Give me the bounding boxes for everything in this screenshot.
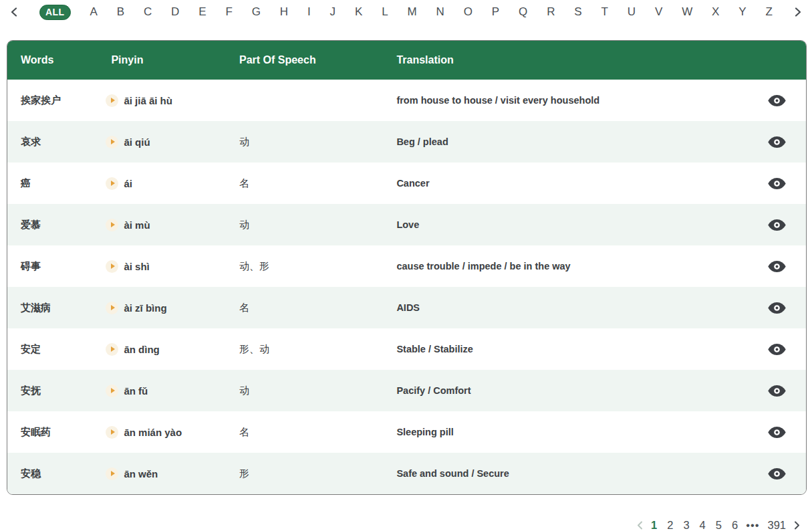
part-of-speech-cell: 形、动 xyxy=(233,343,390,356)
alphabet-letter-g[interactable]: G xyxy=(252,3,261,21)
play-icon[interactable] xyxy=(106,177,118,190)
alphabet-letter-r[interactable]: R xyxy=(547,3,555,21)
translation-cell: cause trouble / impede / be in the way xyxy=(390,261,747,272)
pinyin-cell: ài shì xyxy=(99,260,233,273)
chevron-left-icon[interactable] xyxy=(8,5,20,19)
play-icon[interactable] xyxy=(106,343,118,356)
alphabet-letter-l[interactable]: L xyxy=(382,3,388,21)
play-icon[interactable] xyxy=(106,426,118,439)
alphabet-letter-e[interactable]: E xyxy=(198,3,206,21)
alphabet-letter-i[interactable]: I xyxy=(307,3,311,21)
action-cell xyxy=(748,468,806,480)
vocab-table: Words Pinyin Part Of Speech Translation … xyxy=(7,40,807,495)
pagination-page-3[interactable]: 3 xyxy=(681,517,691,531)
alphabet-letter-m[interactable]: M xyxy=(408,3,417,21)
table-row: 安眠药ān mián yào名Sleeping pill xyxy=(7,411,806,453)
pagination-page-4[interactable]: 4 xyxy=(698,517,708,531)
eye-icon[interactable] xyxy=(768,468,786,480)
table-row: 挨家挨户āi jiā āi hùfrom house to house / vi… xyxy=(7,80,806,121)
eye-icon[interactable] xyxy=(768,261,786,272)
pinyin-text: ài shì xyxy=(124,261,149,272)
alphabet-letter-x[interactable]: X xyxy=(712,3,719,21)
eye-icon[interactable] xyxy=(768,95,786,106)
pinyin-cell: ān wěn xyxy=(99,467,233,480)
eye-icon[interactable] xyxy=(768,427,786,438)
alphabet-letter-w[interactable]: W xyxy=(682,3,692,21)
pagination-page-1[interactable]: 1 xyxy=(649,517,659,531)
pinyin-cell: ān mián yào xyxy=(99,426,233,439)
eye-icon[interactable] xyxy=(768,178,786,189)
eye-icon[interactable] xyxy=(768,344,786,355)
word-cell: 安眠药 xyxy=(7,426,99,439)
alphabet-letter-y[interactable]: Y xyxy=(738,3,746,21)
play-icon[interactable] xyxy=(106,94,118,107)
pagination-page-391[interactable]: 391 xyxy=(765,517,788,531)
translation-cell: AIDS xyxy=(390,302,747,313)
eye-icon[interactable] xyxy=(768,385,786,397)
pinyin-text: āi qiú xyxy=(124,136,150,148)
play-icon[interactable] xyxy=(106,467,118,480)
translation-cell: Beg / plead xyxy=(390,136,747,147)
pinyin-text: ān wěn xyxy=(124,468,158,480)
play-icon[interactable] xyxy=(106,302,118,314)
alphabet-letter-f[interactable]: F xyxy=(225,3,232,21)
eye-icon[interactable] xyxy=(768,219,786,231)
alphabet-letter-q[interactable]: Q xyxy=(519,3,527,21)
translation-cell: Pacify / Comfort xyxy=(390,385,747,396)
alphabet-letter-n[interactable]: N xyxy=(436,3,444,21)
play-icon[interactable] xyxy=(106,385,118,397)
part-of-speech-cell: 动 xyxy=(233,219,390,231)
word-cell: 哀求 xyxy=(7,136,99,148)
action-cell xyxy=(748,427,806,438)
alphabet-letter-a[interactable]: A xyxy=(90,3,97,21)
alphabet-letter-c[interactable]: C xyxy=(144,3,152,21)
pinyin-text: āi jiā āi hù xyxy=(124,95,172,106)
alphabet-letter-b[interactable]: B xyxy=(117,3,124,21)
alphabet-letter-o[interactable]: O xyxy=(464,3,472,21)
alphabet-letter-d[interactable]: D xyxy=(171,3,179,21)
pagination: 123456•••391 xyxy=(0,517,800,531)
alphabet-letter-z[interactable]: Z xyxy=(766,3,773,21)
pagination-next-icon[interactable] xyxy=(794,521,800,530)
action-cell xyxy=(748,219,806,231)
alphabet-letter-k[interactable]: K xyxy=(355,3,362,21)
eye-icon[interactable] xyxy=(768,136,786,148)
table-header-row: Words Pinyin Part Of Speech Translation xyxy=(7,41,806,80)
pagination-page-2[interactable]: 2 xyxy=(665,517,675,531)
table-row: 爱慕ài mù动Love xyxy=(7,204,806,245)
pinyin-text: ái xyxy=(124,178,132,189)
word-cell: 癌 xyxy=(7,177,99,190)
alphabet-letter-v[interactable]: V xyxy=(655,3,662,21)
translation-cell: from house to house / visit every househ… xyxy=(390,95,747,106)
translation-cell: Stable / Stabilize xyxy=(390,344,747,354)
word-cell: 安抚 xyxy=(7,385,99,397)
part-of-speech-cell: 动 xyxy=(233,136,390,148)
pagination-prev-icon[interactable] xyxy=(637,521,643,530)
word-cell: 艾滋病 xyxy=(7,302,99,314)
play-icon[interactable] xyxy=(106,219,118,231)
filter-all-button[interactable]: ALL xyxy=(39,5,71,20)
play-icon[interactable] xyxy=(106,136,118,148)
part-of-speech-cell: 名 xyxy=(233,302,390,314)
pagination-jump-next[interactable]: ••• xyxy=(746,519,759,531)
alphabet-letter-p[interactable]: P xyxy=(492,3,499,21)
alphabet-letter-u[interactable]: U xyxy=(628,3,636,21)
action-cell xyxy=(748,344,806,355)
pagination-page-5[interactable]: 5 xyxy=(714,517,724,531)
header-translation: Translation xyxy=(390,54,747,66)
translation-cell: Cancer xyxy=(390,178,747,189)
pagination-page-6[interactable]: 6 xyxy=(730,517,740,531)
alphabet-letter-h[interactable]: H xyxy=(280,3,288,21)
pinyin-cell: ān dìng xyxy=(99,343,233,356)
alphabet-letter-t[interactable]: T xyxy=(601,3,608,21)
table-row: 哀求āi qiú动Beg / plead xyxy=(7,121,806,163)
word-cell: 安稳 xyxy=(7,467,99,480)
alphabet-letter-s[interactable]: S xyxy=(574,3,581,21)
chevron-right-icon[interactable] xyxy=(792,5,804,19)
pinyin-text: ān mián yào xyxy=(124,427,182,438)
eye-icon[interactable] xyxy=(768,302,786,314)
play-icon[interactable] xyxy=(106,260,118,273)
table-row: 碍事ài shì动、形cause trouble / impede / be i… xyxy=(7,245,806,287)
alphabet-letter-j[interactable]: J xyxy=(330,3,336,21)
pinyin-text: ài zī bìng xyxy=(124,302,166,314)
